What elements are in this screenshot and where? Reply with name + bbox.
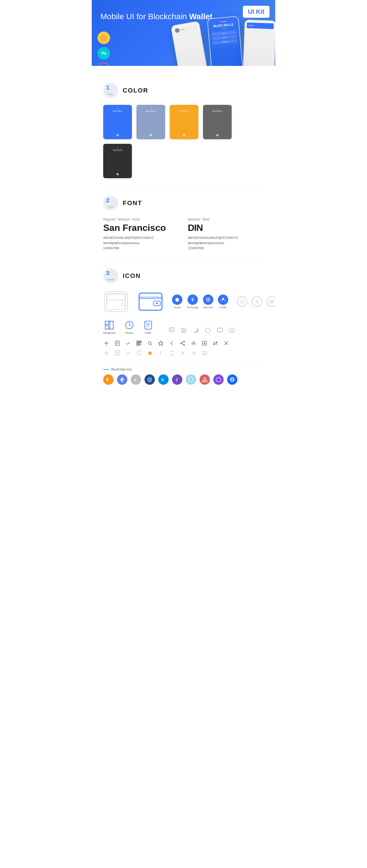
font-section-title: FONT xyxy=(123,199,142,207)
ethereum-icon xyxy=(117,374,127,385)
history-icon xyxy=(124,320,135,330)
color-section-number: 1 ONE xyxy=(103,83,118,98)
svg-marker-87 xyxy=(189,377,193,382)
chevron-left-outline-icon xyxy=(158,350,164,356)
svg-rect-1 xyxy=(107,293,125,310)
swatch-steel: # 8DA0C8 xyxy=(137,105,165,139)
moon-icon xyxy=(192,326,200,334)
share-icon xyxy=(179,340,186,346)
svg-point-58 xyxy=(184,341,185,342)
star-icon xyxy=(158,340,164,346)
icon-section-title: ICON xyxy=(123,272,141,280)
document-outline-icon xyxy=(114,350,120,356)
arrows-icon xyxy=(169,350,175,356)
profile-icon-item: Profile xyxy=(218,294,228,309)
management-icon xyxy=(104,320,114,330)
svg-line-62 xyxy=(182,343,184,345)
gear-icon xyxy=(190,340,197,346)
svg-rect-47 xyxy=(140,341,141,342)
profile-icon xyxy=(218,294,228,305)
polygon-icon xyxy=(213,374,224,385)
svg-rect-49 xyxy=(137,344,138,345)
discover-icon-outline xyxy=(266,297,275,307)
divider-1 xyxy=(103,187,264,187)
svg-point-55 xyxy=(148,341,151,344)
assets-icon xyxy=(172,294,182,305)
svg-text:₿: ₿ xyxy=(106,377,108,382)
assets-icon-item: Assets xyxy=(172,294,182,309)
icon-section-number: 3 THREE xyxy=(103,269,118,283)
swatch-blue: # 3574FA xyxy=(103,105,132,139)
svg-rect-45 xyxy=(137,341,138,342)
blockchain-section: BlockChain Icon ₿ Ł D xyxy=(103,368,264,385)
swatch-orange: # F5A623 xyxy=(170,105,198,139)
svg-text:Ł: Ł xyxy=(134,378,137,382)
screens-badge: 60+Screens xyxy=(97,62,110,66)
stratis-icon xyxy=(144,374,155,385)
svg-point-15 xyxy=(270,300,274,303)
chevron-left-icon xyxy=(169,340,175,346)
augur-icon xyxy=(200,374,210,385)
swap-icon xyxy=(212,340,219,346)
svg-marker-84 xyxy=(148,378,151,381)
svg-rect-34 xyxy=(217,328,223,332)
svg-rect-28 xyxy=(144,321,146,323)
export-icon xyxy=(201,340,207,346)
svg-rect-5 xyxy=(139,293,162,310)
hero-badges: Ps 60+Screens xyxy=(97,32,110,66)
plus-outline-icon xyxy=(103,350,110,356)
phone-mockup-2: myWallet $6,297,502.12 +12.5% BTC ETH WA… xyxy=(207,16,243,66)
swatch-gray: # 666666 xyxy=(203,105,232,139)
svg-point-32 xyxy=(181,329,186,330)
circle-icon xyxy=(204,326,212,334)
svg-marker-14 xyxy=(240,300,244,303)
phones-area: Profile myWallet $6,297,502.12 +12.5% BT… xyxy=(163,17,275,66)
litecoin-icon: Ł xyxy=(131,374,141,385)
svg-rect-29 xyxy=(169,328,174,332)
svg-point-12 xyxy=(207,299,209,301)
info-icon xyxy=(228,326,236,334)
nav-icons-filled: Assets Exchange Discover P xyxy=(172,294,228,309)
divider-2 xyxy=(103,259,264,260)
phone-mockup-3: + 12-298 xyxy=(243,20,275,66)
zcoin-icon: Z xyxy=(172,374,182,385)
color-section-title: COLOR xyxy=(123,87,148,94)
management-icon-item: Mangment xyxy=(103,320,116,334)
svg-marker-73 xyxy=(148,351,152,355)
qr-icon xyxy=(136,340,142,346)
info-outline-icon xyxy=(201,350,207,356)
crypto-icons-row: ₿ Ł D Z xyxy=(103,374,264,385)
ps-badge: Ps xyxy=(97,47,110,60)
svg-text:Z: Z xyxy=(176,378,178,382)
swatch-dark: # 303030 xyxy=(103,144,132,178)
star-filled-icon xyxy=(147,350,153,356)
exchange-icon-outline xyxy=(252,297,262,307)
order-icon xyxy=(143,320,153,330)
chat-icon xyxy=(168,326,176,334)
svg-marker-80 xyxy=(120,377,124,381)
svg-point-59 xyxy=(181,343,182,344)
svg-text:D: D xyxy=(162,378,164,382)
svg-rect-6 xyxy=(139,296,162,298)
refresh-icon xyxy=(136,350,142,356)
wallet-filled-icon xyxy=(138,290,163,313)
blockchain-label-row: BlockChain Icon xyxy=(103,368,264,371)
layers-icon xyxy=(180,326,188,334)
phone-mockup-1: Profile xyxy=(171,21,208,66)
order-icon-item: Order xyxy=(143,320,153,334)
misc-icons-row xyxy=(168,326,236,334)
bitcoin-icon: ₿ xyxy=(103,374,114,385)
fantom-icon xyxy=(227,374,237,385)
arrow-right-icon xyxy=(190,350,197,356)
discover-icon xyxy=(203,294,213,305)
svg-point-33 xyxy=(205,328,210,333)
svg-marker-10 xyxy=(175,298,179,302)
tool-icons-row-1 xyxy=(103,340,264,346)
svg-rect-21 xyxy=(110,321,113,329)
assets-icon-outline xyxy=(237,297,247,307)
font-din: Medium ' Bold DIN ABCDEFGHIJKLMNOPQRSTUV… xyxy=(188,217,264,251)
close-icon xyxy=(223,340,229,346)
iota-icon xyxy=(186,374,196,385)
discover-icon-item: Discover xyxy=(203,294,213,309)
font-san-francisco: Regular ' Medium ' Bold San Francisco AB… xyxy=(103,217,179,251)
